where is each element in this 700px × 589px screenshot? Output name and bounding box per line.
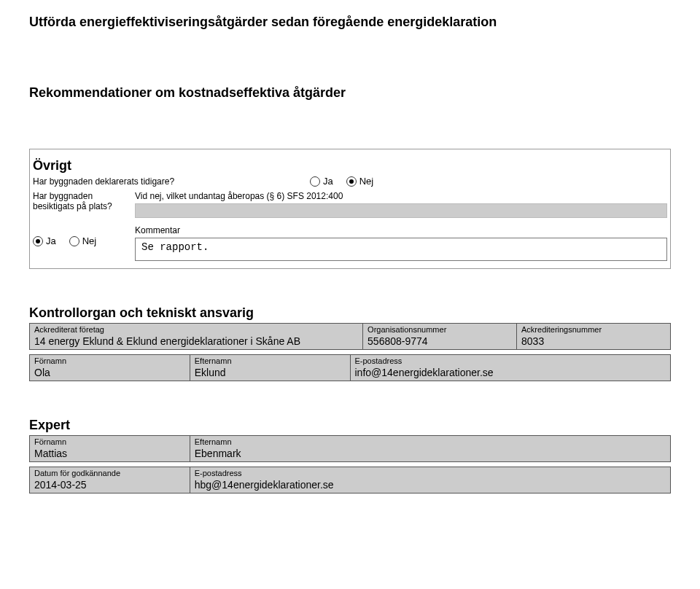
table-row: Datum för godkännande 2014-03-25 E-posta… — [30, 467, 671, 494]
radio-nej-label: Nej — [82, 235, 97, 246]
cell-value: hbg@14energideklarationer.se — [195, 479, 666, 491]
expert-table-1: Förnamn Mattias Efternamn Ebenmark — [29, 435, 671, 462]
radio-ja-label: Ja — [323, 176, 333, 187]
undantag-label: Vid nej, vilket undantag åberopas (§ 6) … — [135, 191, 667, 201]
besiktigats-nej-radio[interactable]: Nej — [69, 235, 97, 246]
cell-label: E-postadress — [195, 469, 666, 477]
cell-label: Datum för godkännande — [34, 469, 185, 477]
cell-value: 556808-9774 — [368, 335, 512, 347]
radio-icon — [310, 176, 320, 187]
deklarerats-label: Har byggnaden deklarerats tidigare? — [33, 176, 310, 187]
cell-label: Förnamn — [34, 356, 185, 365]
cell-value: info@14energideklarationer.se — [355, 367, 666, 378]
cell-label: Efternamn — [195, 356, 346, 365]
cell-label: Ackrediteringsnummer — [521, 325, 666, 334]
cell-label: Ackrediterat företag — [34, 325, 358, 334]
deklarerats-ja-radio[interactable]: Ja — [310, 176, 333, 187]
heading-rekommendationer: Rekommendationer om kostnadseffektiva åt… — [29, 85, 671, 101]
expert-table-2: Datum för godkännande 2014-03-25 E-posta… — [29, 467, 671, 494]
cell-value: 8033 — [521, 335, 666, 347]
besiktigats-label: Har byggnaden besiktigats på plats? — [33, 191, 135, 211]
besiktigats-ja-radio[interactable]: Ja — [33, 235, 56, 246]
radio-icon — [33, 236, 43, 246]
radio-icon — [346, 176, 357, 187]
cell-value: Ola — [34, 367, 185, 378]
heading-expert: Expert — [29, 418, 671, 433]
table-row: Förnamn Ola Efternamn Eklund E-postadres… — [30, 355, 671, 381]
deklarerats-nej-radio[interactable]: Nej — [346, 176, 374, 187]
cell-value: 14 energy Eklund & Eklund energideklarat… — [34, 335, 358, 347]
cell-label: Organisationsnummer — [368, 325, 512, 334]
kontroll-table-2: Förnamn Ola Efternamn Eklund E-postadres… — [29, 354, 671, 381]
radio-ja-label: Ja — [46, 235, 56, 246]
radio-nej-label: Nej — [359, 176, 374, 187]
cell-label: E-postadress — [355, 356, 666, 365]
heading-utforda: Utförda energieffektiviseringsåtgärder s… — [29, 15, 671, 30]
table-row: Förnamn Mattias Efternamn Ebenmark — [30, 436, 671, 462]
kommentar-field[interactable]: Se rapport. — [135, 238, 667, 261]
kontroll-table: Ackrediterat företag 14 energy Eklund & … — [29, 323, 671, 350]
cell-label: Efternamn — [195, 437, 666, 446]
radio-icon — [69, 236, 79, 246]
ovrigt-panel: Övrigt Har byggnaden deklarerats tidigar… — [29, 149, 671, 269]
heading-ovrigt: Övrigt — [33, 158, 667, 173]
cell-value: Mattias — [34, 448, 185, 459]
cell-value: Eklund — [195, 367, 346, 378]
undantag-field[interactable] — [135, 203, 667, 218]
table-row: Ackrediterat företag 14 energy Eklund & … — [30, 324, 671, 350]
cell-value: Ebenmark — [195, 448, 666, 459]
kommentar-label: Kommentar — [135, 225, 667, 235]
heading-kontrollorgan: Kontrollorgan och tekniskt ansvarig — [29, 305, 671, 321]
cell-label: Förnamn — [34, 437, 185, 446]
cell-value: 2014-03-25 — [34, 479, 185, 491]
